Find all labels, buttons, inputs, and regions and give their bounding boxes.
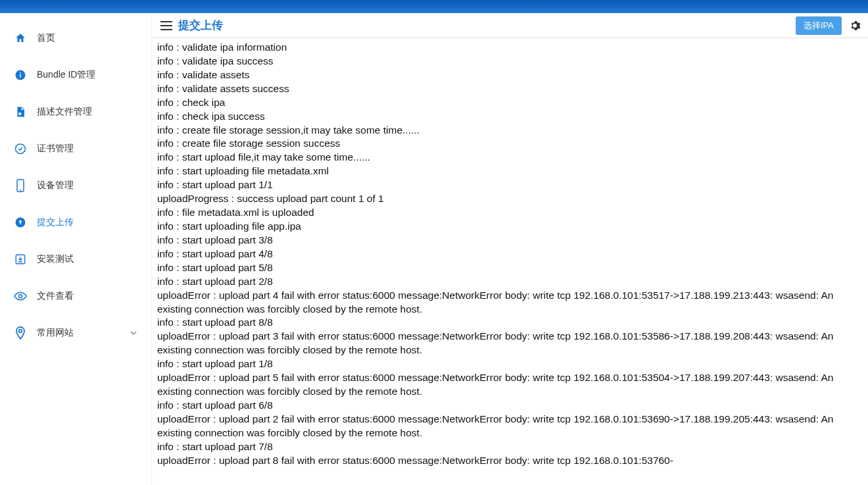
sidebar-item-3[interactable]: 证书管理: [0, 130, 151, 167]
log-line: info : validate ipa information: [157, 41, 863, 55]
log-line: info : validate assets success: [157, 82, 863, 96]
sidebar-item-4[interactable]: 设备管理: [0, 167, 151, 204]
sidebar: 首页Bundle ID管理描述文件管理证书管理设备管理提交上传安装测试文件查看常…: [0, 13, 151, 485]
sidebar-item-label: 首页: [37, 32, 138, 44]
log-line: info : start uploading file app.ipa: [157, 220, 863, 234]
main-header: 提交上传 选择IPA: [152, 13, 868, 38]
log-line: info : start upload part 4/8: [157, 247, 863, 261]
log-line: info : start upload part 2/8: [157, 275, 863, 289]
file-settings-icon: [13, 105, 28, 119]
log-line: info : file metadata.xml is uploaded: [157, 206, 863, 220]
select-ipa-button[interactable]: 选择IPA: [796, 16, 842, 35]
sidebar-item-label: 描述文件管理: [37, 106, 138, 118]
chevron-down-icon: [129, 328, 138, 338]
sidebar-item-8[interactable]: 常用网站: [0, 315, 151, 351]
log-line: info : check ipa: [157, 96, 863, 110]
main: 提交上传 选择IPA info : validate ipa informati…: [151, 13, 868, 485]
log-line: info : check ipa success: [157, 110, 863, 124]
home-icon: [13, 31, 28, 45]
log-line: info : start upload part 7/8: [157, 440, 863, 454]
sidebar-item-label: 提交上传: [37, 217, 138, 228]
log-line: info : validate ipa success: [157, 55, 863, 68]
menu-icon[interactable]: [157, 16, 176, 35]
svg-point-8: [19, 295, 22, 298]
sidebar-item-label: 证书管理: [37, 143, 138, 155]
sidebar-item-7[interactable]: 文件查看: [0, 278, 151, 315]
install-test-icon: [13, 252, 28, 267]
log-line: info : start upload file,it may take som…: [157, 151, 863, 165]
log-line: info : start uploading file metadata.xml: [157, 165, 863, 178]
sidebar-item-6[interactable]: 安装测试: [0, 241, 151, 278]
gear-icon[interactable]: [847, 18, 863, 34]
log-line: info : validate assets: [157, 68, 863, 82]
sidebar-item-label: 设备管理: [37, 180, 138, 191]
info-circle-icon: [13, 68, 28, 82]
log-line: uploadError : upload part 5 fail with er…: [157, 371, 863, 399]
upload-circle-icon: [13, 215, 28, 230]
page-title: 提交上传: [178, 18, 796, 33]
location-icon: [13, 326, 28, 340]
sidebar-item-1[interactable]: Bundle ID管理: [0, 57, 151, 93]
svg-rect-1: [20, 74, 21, 78]
log-area[interactable]: info : validate ipa informationinfo : va…: [152, 38, 868, 485]
log-line: info : create file storage session,it ma…: [157, 124, 863, 138]
log-line: info : start upload part 8/8: [157, 316, 863, 330]
log-line: uploadError : upload part 2 fail with er…: [157, 413, 863, 440]
log-line: info : create file storage session succe…: [157, 137, 863, 151]
sidebar-item-label: 文件查看: [37, 290, 138, 302]
log-line: info : start upload part 5/8: [157, 261, 863, 275]
sidebar-item-2[interactable]: 描述文件管理: [0, 93, 151, 130]
svg-point-5: [20, 190, 21, 191]
sidebar-item-5[interactable]: 提交上传: [0, 204, 151, 241]
badge-check-icon: [13, 141, 28, 156]
svg-point-9: [19, 330, 22, 333]
log-line: uploadError : upload part 4 fail with er…: [157, 289, 863, 317]
eye-icon: [13, 289, 28, 303]
log-line: info : start upload part 3/8: [157, 234, 863, 247]
log-line: info : start upload part 6/8: [157, 399, 863, 413]
svg-rect-2: [20, 72, 21, 74]
top-bar: [0, 0, 868, 13]
device-phone-icon: [13, 178, 28, 193]
log-line: uploadError : upload part 8 fail with er…: [157, 454, 863, 468]
log-line: info : start upload part 1/8: [157, 357, 863, 371]
sidebar-item-label: 安装测试: [37, 253, 138, 265]
sidebar-item-label: 常用网站: [37, 327, 129, 339]
log-line: info : start upload part 1/1: [157, 178, 863, 192]
log-line: uploadError : upload part 3 fail with er…: [157, 330, 863, 357]
log-line: uploadProgress : success upload part cou…: [157, 192, 863, 206]
sidebar-item-label: Bundle ID管理: [37, 69, 138, 81]
sidebar-item-0[interactable]: 首页: [0, 20, 151, 57]
